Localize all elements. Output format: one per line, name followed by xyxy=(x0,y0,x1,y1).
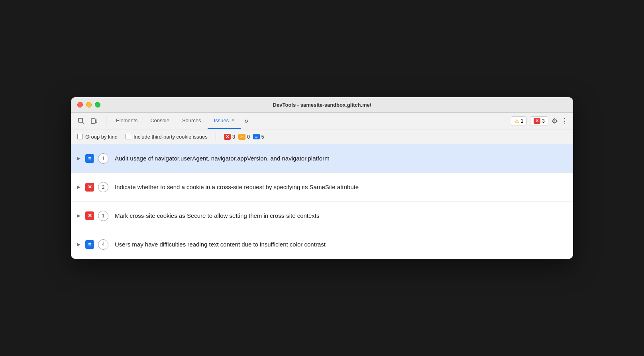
error-icon: ✕ xyxy=(534,118,540,124)
minimize-button[interactable] xyxy=(86,102,92,108)
inspect-element-button[interactable] xyxy=(76,115,87,127)
tab-issues[interactable]: Issues ✕ xyxy=(208,113,242,129)
toolbar-divider xyxy=(106,116,106,126)
more-options-button[interactable]: ⋮ xyxy=(561,117,568,125)
svg-rect-2 xyxy=(91,119,95,123)
issue-row-2[interactable]: ▶✕2Indicate whether to send a cookie in … xyxy=(71,173,573,201)
include-third-party-filter[interactable]: Include third-party cookie issues xyxy=(126,134,208,140)
issue-text: Mark cross-site cookies as Secure to all… xyxy=(115,211,320,220)
issue-expand-arrow[interactable]: ▶ xyxy=(77,156,80,160)
issue-text: Indicate whether to send a cookie in a c… xyxy=(115,183,359,191)
issue-type-icon-info: ≡ xyxy=(85,240,94,249)
warning-count-badge: ⚠ 0 xyxy=(238,134,250,140)
tab-sources[interactable]: Sources xyxy=(176,113,208,129)
issue-count-badge: 4 xyxy=(98,239,108,250)
warning-badge-button[interactable]: ⚠ 1 xyxy=(511,116,527,125)
title-bar: DevTools - samesite-sandbox.glitch.me/ xyxy=(71,97,573,113)
issue-expand-arrow[interactable]: ▶ xyxy=(77,185,80,189)
warning-count: 1 xyxy=(521,118,524,124)
issue-type-icon-error: ✕ xyxy=(85,211,94,220)
inspect-icon xyxy=(78,118,84,124)
issues-list: ▶≡1Audit usage of navigator.userAgent, n… xyxy=(71,144,573,259)
more-tabs-button[interactable]: » xyxy=(241,113,251,129)
filter-divider xyxy=(216,133,216,141)
device-toggle-button[interactable] xyxy=(88,115,100,127)
issue-count-badge: 1 xyxy=(98,211,108,221)
svg-rect-0 xyxy=(79,118,82,122)
error-count: 3 xyxy=(542,118,545,124)
issue-text: Audit usage of navigator.userAgent, navi… xyxy=(115,154,330,162)
error-count-value: 3 xyxy=(232,134,235,140)
warning-count-value: 0 xyxy=(247,134,250,140)
traffic-lights xyxy=(77,102,100,108)
error-count-icon: ✕ xyxy=(224,134,231,140)
issue-type-icon-error: ✕ xyxy=(85,183,94,192)
issue-expand-arrow[interactable]: ▶ xyxy=(77,213,80,218)
issue-expand-arrow[interactable]: ▶ xyxy=(77,242,80,246)
warning-count-icon: ⚠ xyxy=(238,134,245,140)
group-by-kind-filter[interactable]: Group by kind xyxy=(77,134,118,140)
maximize-button[interactable] xyxy=(95,102,100,108)
settings-button[interactable]: ⚙ xyxy=(552,117,558,125)
info-count-icon: ≡ xyxy=(253,134,259,139)
issue-count-badge: 2 xyxy=(98,182,108,192)
warning-icon: ⚠ xyxy=(514,118,519,124)
window-title: DevTools - samesite-sandbox.glitch.me/ xyxy=(273,102,371,108)
tabs: Elements Console Sources Issues ✕ » xyxy=(110,113,511,129)
filter-bar: Group by kind Include third-party cookie… xyxy=(71,129,573,144)
devtools-window: DevTools - samesite-sandbox.glitch.me/ E… xyxy=(71,97,573,259)
issue-row-4[interactable]: ▶≡4Users may have difficulties reading t… xyxy=(71,230,573,259)
issue-count-badge: 1 xyxy=(98,153,108,164)
toolbar-icons xyxy=(76,115,100,127)
svg-line-1 xyxy=(82,122,84,124)
issue-type-icon-info: ≡ xyxy=(85,154,94,163)
info-count-badge: ≡ 5 xyxy=(253,134,264,140)
toolbar: Elements Console Sources Issues ✕ » ⚠ 1 … xyxy=(71,113,573,129)
error-count-badge: ✕ 3 xyxy=(224,134,235,140)
group-by-kind-checkbox[interactable] xyxy=(77,134,83,139)
issue-row-3[interactable]: ▶✕1Mark cross-site cookies as Secure to … xyxy=(71,201,573,230)
issue-text: Users may have difficulties reading text… xyxy=(115,240,326,248)
include-third-party-checkbox[interactable] xyxy=(126,134,131,139)
tab-close-icon[interactable]: ✕ xyxy=(231,118,235,123)
tab-console[interactable]: Console xyxy=(144,113,176,129)
info-count-value: 5 xyxy=(261,134,264,140)
device-icon xyxy=(91,118,97,124)
svg-rect-3 xyxy=(96,120,97,123)
toolbar-right: ⚠ 1 ✕ 3 ⚙ ⋮ xyxy=(511,116,568,125)
tab-elements[interactable]: Elements xyxy=(110,113,144,129)
error-badge-button[interactable]: ✕ 3 xyxy=(530,116,548,125)
issue-row-1[interactable]: ▶≡1Audit usage of navigator.userAgent, n… xyxy=(71,144,573,173)
filter-counts: ✕ 3 ⚠ 0 ≡ 5 xyxy=(224,134,264,140)
close-button[interactable] xyxy=(77,102,83,108)
